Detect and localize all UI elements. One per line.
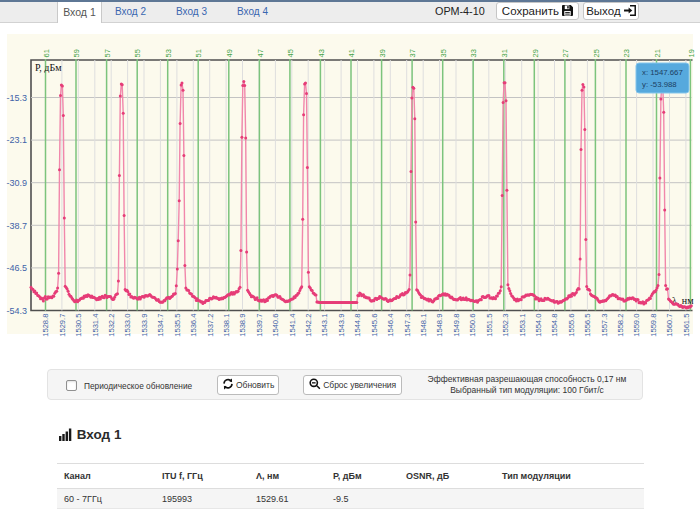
svg-text:1560.7: 1560.7 <box>665 314 674 337</box>
svg-text:1531.4: 1531.4 <box>91 314 100 337</box>
svg-text:1550.6: 1550.6 <box>468 314 477 337</box>
svg-text:1557.3: 1557.3 <box>600 314 609 337</box>
svg-text:1548.9: 1548.9 <box>435 314 444 337</box>
svg-text:1537.2: 1537.2 <box>206 314 215 337</box>
svg-text:1544.8: 1544.8 <box>353 314 362 337</box>
svg-text:1539.7: 1539.7 <box>255 314 264 337</box>
svg-text:1548.1: 1548.1 <box>419 314 428 337</box>
svg-text:-23.1: -23.1 <box>6 135 27 145</box>
svg-text:1542.2: 1542.2 <box>304 314 313 337</box>
svg-text:x: 1547.667: x: 1547.667 <box>642 68 683 77</box>
svg-text:1549.8: 1549.8 <box>452 314 461 337</box>
svg-text:37: 37 <box>408 49 417 57</box>
svg-text:1553.1: 1553.1 <box>518 314 527 337</box>
svg-text:1552.3: 1552.3 <box>501 314 510 337</box>
svg-text:55: 55 <box>133 49 142 57</box>
svg-text:1545.6: 1545.6 <box>370 314 379 337</box>
svg-text:1543.9: 1543.9 <box>337 314 346 337</box>
svg-text:1559.8: 1559.8 <box>649 314 658 337</box>
svg-text:1528.8: 1528.8 <box>41 314 50 337</box>
svg-text:1559.0: 1559.0 <box>632 314 641 337</box>
svg-text:-38.7: -38.7 <box>6 221 27 231</box>
svg-text:59: 59 <box>72 49 81 57</box>
svg-text:-15.3: -15.3 <box>6 93 27 103</box>
svg-text:45: 45 <box>286 49 295 57</box>
svg-text:23: 23 <box>622 49 631 57</box>
svg-text:19: 19 <box>687 49 696 57</box>
svg-text:1541.4: 1541.4 <box>288 314 297 337</box>
svg-text:1546.4: 1546.4 <box>386 314 395 337</box>
svg-text:1547.3: 1547.3 <box>403 314 412 337</box>
svg-text:53: 53 <box>164 49 173 57</box>
svg-text:1529.7: 1529.7 <box>58 314 67 337</box>
svg-text:61: 61 <box>42 49 51 57</box>
svg-text:33: 33 <box>469 49 478 57</box>
svg-text:1536.4: 1536.4 <box>189 314 198 337</box>
svg-text:1558.2: 1558.2 <box>616 314 625 337</box>
svg-text:-54.3: -54.3 <box>6 306 27 316</box>
svg-text:29: 29 <box>531 49 540 57</box>
svg-text:1538.9: 1538.9 <box>238 314 247 337</box>
svg-text:-46.5: -46.5 <box>6 263 27 273</box>
svg-text:47: 47 <box>256 49 265 57</box>
svg-text:39: 39 <box>378 49 387 57</box>
svg-text:1533.9: 1533.9 <box>140 314 149 337</box>
svg-text:31: 31 <box>500 49 509 57</box>
svg-text:1554.0: 1554.0 <box>534 314 543 337</box>
svg-text:41: 41 <box>347 49 356 57</box>
svg-text:21: 21 <box>653 49 662 57</box>
svg-text:1555.6: 1555.6 <box>567 314 576 337</box>
svg-text:1533.0: 1533.0 <box>123 314 132 337</box>
svg-text:1543.1: 1543.1 <box>320 314 329 337</box>
svg-text:1561.5: 1561.5 <box>682 314 691 337</box>
svg-text:1556.5: 1556.5 <box>583 314 592 337</box>
svg-text:1535.5: 1535.5 <box>173 314 182 337</box>
svg-text:1540.6: 1540.6 <box>271 314 280 337</box>
svg-text:25: 25 <box>592 49 601 57</box>
svg-text:1534.7: 1534.7 <box>156 314 165 337</box>
svg-text:Р, дБм: Р, дБм <box>35 62 62 73</box>
svg-text:49: 49 <box>225 49 234 57</box>
svg-text:43: 43 <box>317 49 326 57</box>
svg-text:57: 57 <box>103 49 112 57</box>
svg-text:-30.9: -30.9 <box>6 178 27 188</box>
svg-text:51: 51 <box>194 49 203 57</box>
svg-text:35: 35 <box>439 49 448 57</box>
svg-text:y: -53.988: y: -53.988 <box>642 80 677 89</box>
svg-text:1554.8: 1554.8 <box>550 314 559 337</box>
svg-text:1551.5: 1551.5 <box>485 314 494 337</box>
svg-text:1538.1: 1538.1 <box>222 314 231 337</box>
svg-text:27: 27 <box>561 49 570 57</box>
svg-text:1532.2: 1532.2 <box>107 314 116 337</box>
svg-text:1530.5: 1530.5 <box>74 314 83 337</box>
